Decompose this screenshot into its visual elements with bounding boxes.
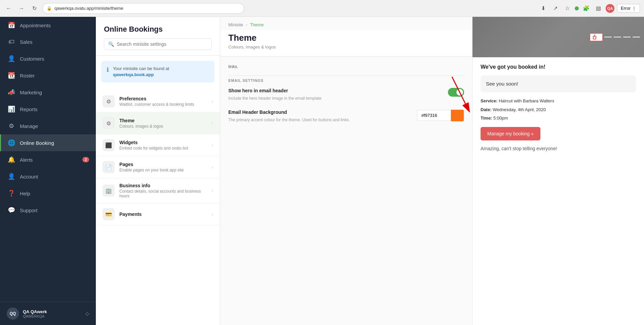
preview-date-line: Date: Wednesday, 4th April, 2020 [481,106,636,113]
menu-item-theme[interactable]: ⚙ Theme Colours, images & logos › [96,112,220,134]
puzzle-icon[interactable]: 🧩 [581,4,591,13]
error-button[interactable]: Error ⋮ [617,4,640,12]
sidebar-label-help: Help [20,191,30,196]
sidebar-item-help[interactable]: ❓ Help [0,185,96,202]
service-value: Haircut with Barbara Walters [499,98,554,103]
show-hero-toggle[interactable] [448,88,464,97]
breadcrumb-separator: › [246,22,247,27]
nav-line [604,37,612,37]
sidebar-item-online-booking[interactable]: 🌐 Online Booking [0,134,96,151]
minisite-link[interactable]: qawerkqa.book.app [113,72,154,77]
info-banner-text: Your minisite can be found at qawerkqa.b… [113,66,169,78]
menu-item-widgets[interactable]: ⬛ Widgets Embed code for widgets and ova… [96,134,220,156]
sidebar-item-alerts[interactable]: 🔔 Alerts 2 [0,151,96,168]
browser-chrome: ← → ↻ 🔒 qawerkqa.ovatu.app/minisite/them… [0,0,644,17]
marketing-icon: 📣 [8,89,15,96]
sidebar-label-alerts: Alerts [20,157,33,163]
preferences-icon: ⚙ [103,95,115,107]
extension-green-dot [575,6,579,10]
menu-arrow: › [212,99,213,104]
email-header-bg-name: Email Header Background [228,109,410,115]
address-bar[interactable]: 🔒 qawerkqa.ovatu.app/minisite/theme [42,3,244,14]
partial-above-text: links. [228,63,464,70]
email-header-bg-desc: The primary accent colour for the theme.… [228,117,410,123]
user-avatar: QQ [7,307,19,320]
pages-icon: 📄 [103,161,115,173]
menu-arrow-theme: › [212,121,213,126]
theme-header: Theme Colours, images & logos [220,30,472,57]
breadcrumb: Minisite › Theme [220,17,472,30]
url-text: qawerkqa.ovatu.app/minisite/theme [54,6,123,11]
app-layout: 📅 Appointments 🏷 Sales 👤 Customers 📆 Ros… [0,17,644,325]
show-hero-row: Show hero in email header Include the he… [228,88,464,101]
manage-icon: ⚙ [8,122,15,130]
lock-icon: 🔒 [47,6,52,11]
bookings-panel: Online Bookings 🔍 ℹ Your minisite can be… [96,17,220,325]
sidebar-item-account[interactable]: 👤 Account [0,168,96,185]
email-header-bg-info: Email Header Background The primary acce… [228,109,410,123]
reload-button[interactable]: ↻ [30,4,39,13]
bookings-menu: ⚙ Preferences Waitlist, customer access … [96,88,220,228]
menu-title-widgets: Widgets [119,140,207,145]
menu-item-business-info[interactable]: 🏢 Business info Contact details, social … [96,178,220,203]
menu-text-theme: Theme Colours, images & logos [119,118,207,129]
sidebar-icon[interactable]: ▤ [594,4,603,13]
share-icon[interactable]: ↗ [551,4,560,13]
sidebar-item-roster[interactable]: 📆 Roster [0,67,96,84]
menu-item-payments[interactable]: 💳 Payments › [96,203,220,225]
preview-logo-area [590,33,640,41]
reports-icon: 📊 [8,105,15,113]
manage-booking-button[interactable]: Manage my booking » [481,127,540,140]
profile-avatar[interactable]: QA [606,4,614,13]
sidebar-item-support[interactable]: 💬 Support [0,202,96,219]
show-hero-desc: Include the hero header image in the ema… [228,95,441,101]
sidebar-label-manage: Manage [20,123,38,129]
menu-text-business: Business info Contact details, social ac… [119,183,207,198]
sidebar-item-customers[interactable]: 👤 Customers [0,50,96,67]
bookings-panel-header: Online Bookings 🔍 [96,17,220,56]
theme-title: Theme [228,33,464,43]
menu-item-preferences[interactable]: ⚙ Preferences Waitlist, customer access … [96,91,220,112]
menu-item-pages[interactable]: 📄 Pages Enable pages on your book.app si… [96,156,220,178]
sidebar-item-manage[interactable]: ⚙ Manage [0,118,96,134]
color-hex-input[interactable]: #f97316 [417,110,451,121]
account-icon: 👤 [8,173,15,180]
menu-text-widgets: Widgets Embed code for widgets and ovatu… [119,140,207,151]
search-box[interactable]: 🔍 [104,38,212,50]
person-icon: 👤 [8,55,15,62]
menu-subtitle-preferences: Waitlist, customer access & booking limi… [119,102,207,107]
menu-subtitle-widgets: Embed code for widgets and ovatu bot [119,146,207,151]
user-profile-section[interactable]: QQ QA QAwerk QAWERKQA ◇ [0,302,96,325]
menu-title-business: Business info [119,183,207,188]
menu-arrow-pages: › [212,164,213,170]
menu-text-pages: Pages Enable pages on your book.app site [119,162,207,172]
bookmark-icon[interactable]: ☆ [563,4,572,13]
sidebar-item-marketing[interactable]: 📣 Marketing [0,84,96,101]
calendar-icon: 📅 [8,22,15,29]
color-input-row: #f97316 [417,109,464,122]
menu-title-pages: Pages [119,162,207,167]
back-button[interactable]: ← [4,4,13,13]
info-banner: ℹ Your minisite can be found at qawerkqa… [101,61,215,83]
time-value: 5:00pm [493,116,508,121]
color-swatch[interactable] [451,109,464,122]
sidebar-label-sales: Sales [20,39,33,45]
preview-time-line: Time: 5:00pm [481,115,636,122]
download-icon[interactable]: ⬇ [538,4,548,13]
date-label: Date: [481,107,492,112]
search-input[interactable] [117,41,207,47]
sidebar-item-reports[interactable]: 📊 Reports [0,101,96,118]
sidebar-item-appointments[interactable]: 📅 Appointments [0,17,96,34]
menu-title-theme: Theme [119,118,207,123]
menu-arrow-business: › [212,188,213,193]
sidebar-item-sales[interactable]: 🏷 Sales [0,34,96,50]
menu-title-preferences: Preferences [119,96,207,101]
forward-button[interactable]: → [17,4,26,13]
email-header-bg-row: Email Header Background The primary acce… [228,109,464,123]
preview-service-line: Service: Haircut with Barbara Walters [481,98,636,104]
nav-line [614,37,621,37]
error-label: Error [621,6,631,11]
user-code: QAWERKQA [23,314,81,318]
breadcrumb-parent: Minisite [228,22,243,27]
error-menu-icon: ⋮ [632,6,636,11]
